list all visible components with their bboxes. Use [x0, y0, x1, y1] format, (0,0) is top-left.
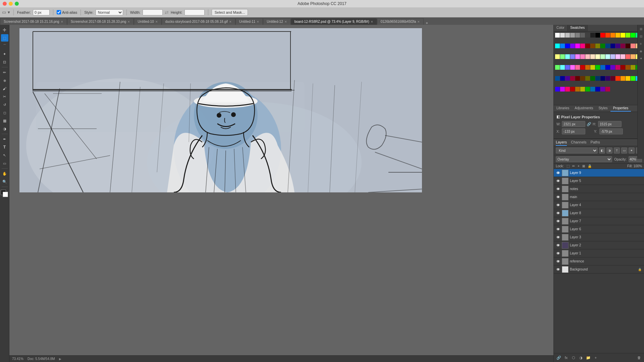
swatch-#ffc0c0[interactable]	[585, 54, 590, 59]
magic-wand-tool[interactable]: ✦	[1, 50, 8, 58]
pen-tool[interactable]: ✒	[1, 135, 8, 143]
swatch-#0000cc[interactable]	[605, 65, 610, 70]
swatch-#4d0099[interactable]	[565, 76, 570, 81]
marquee-icon[interactable]: ▭	[2, 10, 6, 15]
swatch-#666600[interactable]	[585, 76, 590, 81]
swatch-#006600[interactable]	[590, 76, 595, 81]
layer-filter-adjust-icon[interactable]: ◑	[606, 147, 612, 154]
tab-close-5[interactable]: ✕	[257, 20, 259, 23]
swatch-#ff3300[interactable]	[615, 76, 620, 81]
hand-tool[interactable]: ✋	[1, 170, 8, 177]
w-input[interactable]	[562, 121, 585, 127]
tab-channels[interactable]: Channels	[571, 140, 586, 146]
tab-close-7[interactable]: ✕	[371, 20, 373, 23]
gradient-tool[interactable]: ▦	[1, 117, 8, 124]
eyedropper-tool[interactable]: ✏	[1, 69, 8, 76]
swatch-#ffc0ff[interactable]	[615, 54, 620, 59]
tab-color[interactable]: Color	[554, 25, 568, 31]
delete-layer-button[interactable]: 🗑	[636, 355, 642, 361]
swatch-#80ff00[interactable]	[626, 33, 630, 38]
swatch-#ffc0e0[interactable]	[621, 54, 625, 59]
swatch-#00ffff[interactable]	[555, 44, 560, 48]
eraser-tool[interactable]: ◻	[1, 109, 8, 116]
tab-untitled11[interactable]: Untitled-11 ✕	[235, 18, 263, 25]
swatch-#0000b3[interactable]	[595, 87, 600, 92]
swatch-#e0e0e0[interactable]	[560, 33, 565, 38]
lock-icon[interactable]: 🔒	[588, 164, 592, 168]
tab-swatches[interactable]: Swatches	[568, 25, 588, 31]
layer-item-layer-4[interactable]: Layer 4	[554, 201, 644, 209]
swatch-#0066cc[interactable]	[600, 65, 605, 70]
anti-alias-checkbox[interactable]	[57, 10, 61, 14]
swatch-#400000[interactable]	[626, 44, 630, 48]
swatch-#80ffff[interactable]	[565, 54, 570, 59]
tab-styles[interactable]: Styles	[596, 105, 610, 112]
layer-visibility-9[interactable]	[556, 243, 560, 248]
swatch-#999900[interactable]	[631, 65, 635, 70]
clone-stamp-tool[interactable]: ✂	[1, 93, 8, 100]
swatch-#cc6600[interactable]	[585, 65, 590, 70]
swatch-#c0ffc0[interactable]	[600, 54, 605, 59]
panel-icon-5[interactable]: ✦	[638, 56, 644, 61]
swatch-#008000[interactable]	[600, 44, 605, 48]
tab-close-3[interactable]: ✕	[155, 20, 158, 23]
layer-item-layer-2[interactable]: Layer 2	[554, 241, 644, 249]
swatch-#a0a0a0[interactable]	[570, 33, 575, 38]
swatch-#ff0080[interactable]	[580, 44, 585, 48]
zoom-tool[interactable]: 🔍	[1, 178, 8, 185]
swatch-#663300[interactable]	[580, 76, 585, 81]
swatch-#b3b300[interactable]	[580, 87, 585, 92]
swatch-#800000[interactable]	[585, 44, 590, 48]
link-proportions-icon[interactable]: 🔗	[587, 122, 591, 126]
swatch-#c0c0ff[interactable]	[610, 54, 615, 59]
color-swatches-widget[interactable]	[1, 190, 9, 198]
swatch-#ff8000[interactable]	[610, 33, 615, 38]
tab-board12[interactable]: board-12-RS8RZ.psd @ 73.4% (Layer 9, RGB…	[291, 18, 377, 25]
background-color[interactable]	[3, 192, 8, 197]
tab-ducks-storyboard[interactable]: ducks-storyboard-2017-08-18 05.08.18.gif…	[162, 18, 235, 25]
panel-icon-4[interactable]: ◈	[638, 48, 644, 54]
swatch-#000080[interactable]	[610, 44, 615, 48]
window-controls[interactable]	[3, 2, 19, 6]
layer-visibility-0[interactable]	[556, 171, 560, 175]
path-selection-tool[interactable]: ↖	[1, 152, 8, 159]
layer-item-reference[interactable]: reference	[554, 257, 644, 265]
tab-close-2[interactable]: ✕	[127, 20, 130, 23]
swatch-#cccc00[interactable]	[590, 65, 595, 70]
layer-item-layer-5[interactable]: Layer 5	[554, 177, 644, 185]
tab-close-6[interactable]: ✕	[284, 20, 287, 23]
swatch-#ffb366[interactable]	[631, 54, 635, 59]
swatch-#b30045[interactable]	[605, 87, 610, 92]
swatch-#ff00ff[interactable]	[575, 44, 580, 48]
swatch-#3300ff[interactable]	[555, 87, 560, 92]
width-input[interactable]	[143, 9, 163, 15]
layer-visibility-10[interactable]	[556, 251, 560, 256]
layer-item-layer-9[interactable]: Layer 9	[554, 169, 644, 177]
layer-visibility-2[interactable]	[556, 187, 560, 191]
swatch-#400080[interactable]	[615, 44, 620, 48]
layer-visibility-5[interactable]	[556, 211, 560, 216]
swatch-#003366[interactable]	[595, 76, 600, 81]
swatch-#0000ff[interactable]	[565, 44, 570, 48]
swatch-#808080[interactable]	[575, 33, 580, 38]
swatch-#6600cc[interactable]	[610, 65, 615, 70]
lasso-tool[interactable]: ⌒	[1, 42, 8, 50]
tab-more-button[interactable]: »	[424, 21, 430, 25]
type-tool[interactable]: T	[1, 143, 8, 151]
swatch-#00ff00[interactable]	[631, 33, 635, 38]
layer-item-layer-3[interactable]: Layer 3	[554, 233, 644, 241]
swatch-#b30000[interactable]	[570, 87, 575, 92]
layer-visibility-6[interactable]	[556, 219, 560, 224]
layer-item-layer-6[interactable]: Layer 6	[554, 225, 644, 233]
tab-close-1[interactable]: ✕	[61, 20, 63, 23]
tab-screenshot2[interactable]: Screenshot 2017-08-18 15.28.33.png ✕	[67, 18, 134, 25]
swatch-#994d00[interactable]	[626, 65, 630, 70]
swatch-#66ffff[interactable]	[560, 65, 565, 70]
swatch-#cc0000[interactable]	[580, 65, 585, 70]
tab-libraries[interactable]: Libraries	[554, 105, 572, 112]
panel-icon-2[interactable]: ⊟	[638, 34, 644, 39]
link-layers-button[interactable]: 🔗	[556, 355, 562, 361]
tab-adjustments[interactable]: Adjustments	[572, 105, 596, 112]
swatch-#006eb3[interactable]	[590, 87, 595, 92]
layer-visibility-7[interactable]	[556, 227, 560, 232]
